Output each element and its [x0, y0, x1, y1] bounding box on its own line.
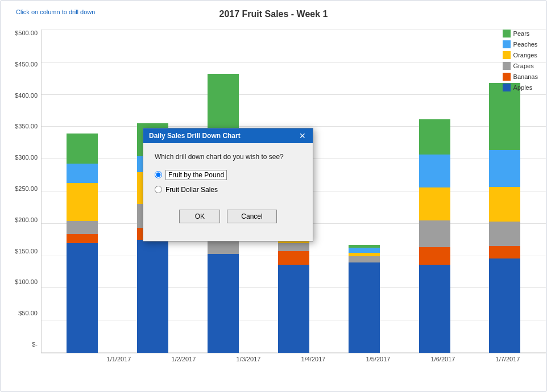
y-axis-label: $50.00: [18, 310, 38, 316]
y-axis-label: $350.00: [15, 123, 38, 130]
ok-button[interactable]: OK: [179, 210, 220, 223]
bar-segment-grapes: [489, 222, 520, 246]
legend-item-pears: Pears: [503, 30, 538, 37]
bar-segment-pears: [489, 83, 520, 150]
y-axis: $-$50.00$100.00$150.00$200.00$250.00$300…: [1, 30, 41, 348]
bar-segment-bananas: [419, 247, 450, 265]
legend-label: Grapes: [513, 62, 534, 69]
bar-segment-bananas: [67, 234, 98, 244]
bar-segment-apples: [137, 240, 168, 353]
bar-group[interactable]: [349, 245, 380, 353]
radio-label-2: Fruit Dollar Sales: [165, 186, 218, 194]
bar-group[interactable]: [419, 119, 450, 353]
x-axis-label: 1/7/2017: [492, 356, 524, 362]
bar-segment-grapes: [208, 241, 239, 254]
legend-color-peaches: [503, 40, 511, 48]
bar-group[interactable]: [67, 134, 98, 353]
y-axis-label: $500.00: [15, 30, 38, 36]
legend-item-apples: Apples: [503, 84, 538, 91]
bar-segment-peaches: [67, 164, 98, 183]
legend-item-peaches: Peaches: [503, 40, 538, 48]
x-axis-label: 1/4/2017: [298, 356, 329, 362]
bar-segment-peaches: [419, 155, 450, 187]
legend-label: Bananas: [513, 73, 538, 80]
bar-segment-apples: [349, 262, 380, 353]
bar-segment-pears: [67, 134, 98, 164]
cancel-button[interactable]: Cancel: [227, 210, 276, 223]
y-axis-label: $-: [32, 341, 38, 348]
legend-label: Apples: [513, 84, 533, 91]
dialog-footer: OK Cancel: [143, 205, 313, 231]
chart-container: Click on column to drill down 2017 Fruit…: [1, 1, 546, 391]
stacked-bar[interactable]: [67, 134, 98, 353]
bar-segment-peaches: [489, 150, 520, 187]
legend-color-oranges: [503, 51, 511, 59]
bar-segment-oranges: [419, 187, 450, 220]
bar-segment-apples: [489, 258, 520, 353]
legend-color-pears: [503, 30, 511, 37]
drill-hint: Click on column to drill down: [16, 9, 95, 15]
x-axis-label: 1/2/2017: [168, 356, 200, 362]
bar-segment-apples: [67, 243, 98, 353]
y-axis-label: $100.00: [15, 278, 38, 285]
bar-segment-apples: [278, 265, 309, 353]
dialog-title: Daily Sales Drill Down Chart: [149, 132, 241, 140]
y-axis-label: $200.00: [15, 216, 38, 223]
radio-input-2[interactable]: [155, 186, 162, 193]
y-axis-label: $250.00: [15, 185, 38, 192]
dialog-question: Which drill down chart do you wish to se…: [155, 152, 301, 162]
legend-item-grapes: Grapes: [503, 62, 538, 70]
x-axis-label: 1/1/2017: [103, 356, 135, 362]
dialog: Daily Sales Drill Down Chart ✕ Which dri…: [143, 128, 313, 241]
bar-segment-grapes: [349, 256, 380, 262]
bar-segment-oranges: [489, 187, 520, 222]
bar-segment-grapes: [419, 220, 450, 247]
stacked-bar[interactable]: [419, 119, 450, 353]
bar-segment-pears: [419, 119, 450, 155]
y-axis-label: $400.00: [15, 92, 38, 99]
bar-segment-grapes: [67, 221, 98, 233]
dialog-body: Which drill down chart do you wish to se…: [143, 143, 313, 205]
stacked-bar[interactable]: [349, 245, 380, 353]
legend-label: Peaches: [513, 41, 538, 48]
legend-item-oranges: Oranges: [503, 51, 538, 59]
radio-input-1[interactable]: [155, 171, 162, 178]
bar-segment-apples: [208, 254, 239, 353]
stacked-bar[interactable]: [489, 83, 520, 353]
bar-segment-bananas: [489, 246, 520, 258]
x-axis-label: 1/6/2017: [428, 356, 459, 362]
x-axis-label: 1/3/2017: [233, 356, 264, 362]
legend-label: Oranges: [513, 52, 537, 59]
dialog-header: Daily Sales Drill Down Chart ✕: [143, 128, 313, 143]
legend-color-apples: [503, 84, 511, 91]
y-axis-label: $300.00: [15, 154, 38, 161]
bar-segment-oranges: [67, 183, 98, 221]
x-axis-label: 1/5/2017: [363, 356, 394, 362]
radio-option-1[interactable]: Fruit by the Pound: [155, 170, 301, 180]
bar-group[interactable]: [489, 83, 520, 353]
bar-segment-bananas: [278, 251, 309, 265]
x-labels: 1/1/20171/2/20171/3/20171/4/20171/5/2017…: [41, 353, 546, 362]
legend-label: Pears: [513, 30, 530, 37]
legend-color-bananas: [503, 73, 511, 81]
bar-segment-peaches: [349, 248, 380, 253]
y-axis-label: $150.00: [15, 248, 38, 255]
legend-item-bananas: Bananas: [503, 73, 538, 81]
legend-color-grapes: [503, 62, 511, 70]
radio-label-1: Fruit by the Pound: [165, 170, 227, 180]
legend: PearsPeachesOrangesGrapesBananasApples: [503, 30, 538, 91]
radio-option-2[interactable]: Fruit Dollar Sales: [155, 186, 301, 194]
dialog-close-button[interactable]: ✕: [298, 132, 307, 140]
y-axis-label: $450.00: [15, 61, 38, 68]
bar-segment-apples: [419, 265, 450, 353]
bar-segment-grapes: [278, 243, 309, 251]
